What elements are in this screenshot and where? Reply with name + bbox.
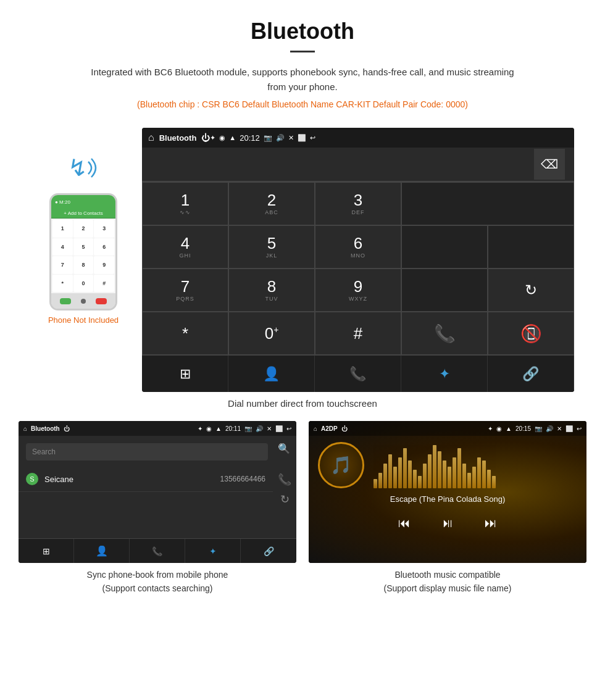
music-album-art: 🎵 bbox=[318, 442, 364, 488]
prev-button[interactable]: ⏮ bbox=[398, 516, 411, 530]
end-call-button[interactable]: 📵 bbox=[488, 312, 574, 355]
volume-icon: 🔊 bbox=[276, 134, 285, 142]
phonebook-item: ⌂ Bluetooth ⏻ ✦ ◉ ▲ 20:11 📷 🔊 ✕ ⬜ ↩ Sear… bbox=[19, 421, 296, 596]
pb-usb-icon: ⏻ bbox=[64, 425, 70, 432]
location-icon: ◉ bbox=[219, 134, 225, 142]
backspace-button[interactable]: ⌫ bbox=[534, 149, 565, 180]
pb-x-icon: ✕ bbox=[267, 425, 272, 432]
refresh-button[interactable]: ↻ bbox=[488, 269, 574, 312]
search-icon[interactable]: 🔍 bbox=[275, 440, 293, 457]
pb-nav-call[interactable]: 📞 bbox=[130, 539, 185, 563]
camera-icon: 📷 bbox=[264, 134, 272, 142]
home-icon: ⌂ bbox=[148, 132, 154, 143]
bluetooth-nav-button[interactable]: ✦ bbox=[401, 356, 488, 392]
ms-home-icon: ⌂ bbox=[314, 425, 317, 432]
contact-number: 13566664466 bbox=[220, 475, 265, 483]
dial-section: ↯ ● M:20 + Add to Contacts 123 456 789 *… bbox=[0, 128, 605, 392]
dial-key-4[interactable]: 4 GHI bbox=[142, 225, 228, 269]
dialpad-nav-button[interactable]: ⊞ bbox=[142, 356, 228, 392]
phonebook-contact[interactable]: S Seicane 13566664466 bbox=[19, 467, 273, 492]
pb-nav-bt[interactable]: ✦ bbox=[185, 539, 241, 563]
ms-cam-icon: 📷 bbox=[535, 425, 542, 432]
phonebook-bottom-nav: ⊞ 👤 📞 ✦ 🔗 bbox=[19, 538, 296, 563]
phone-top-bar: ● M:20 bbox=[51, 195, 115, 209]
dial-display: ⌫ bbox=[142, 148, 574, 181]
pb-nav-link[interactable]: 🔗 bbox=[241, 539, 296, 563]
pb-bt-icon: ✦ bbox=[198, 425, 202, 432]
dial-key-8[interactable]: 8 TUV bbox=[228, 269, 315, 312]
pb-loc-icon: ◉ bbox=[206, 425, 212, 432]
close-icon: ✕ bbox=[288, 134, 294, 142]
pb-home-icon: ⌂ bbox=[23, 425, 27, 432]
ms-wifi-icon: ▲ bbox=[506, 425, 512, 432]
tech-specs: (Bluetooth chip : CSR BC6 Default Blueto… bbox=[12, 99, 593, 109]
phonebook-search-bar[interactable]: Search bbox=[26, 443, 268, 460]
phone-image: ● M:20 + Add to Contacts 123 456 789 *0# bbox=[49, 193, 117, 310]
contact-avatar: S bbox=[26, 473, 38, 485]
dial-key-9[interactable]: 9 WXYZ bbox=[315, 269, 401, 312]
ms-back-icon: ↩ bbox=[577, 425, 582, 432]
phone-screen: 123 456 789 *0# bbox=[51, 219, 115, 293]
phone-mockup: ↯ ● M:20 + Add to Contacts 123 456 789 *… bbox=[31, 152, 136, 325]
status-time: 20:12 bbox=[240, 133, 260, 143]
bottom-screenshots: ⌂ Bluetooth ⏻ ✦ ◉ ▲ 20:11 📷 🔊 ✕ ⬜ ↩ Sear… bbox=[0, 421, 605, 596]
empty-3 bbox=[401, 269, 488, 312]
dial-key-2[interactable]: 2 ABC bbox=[228, 182, 315, 225]
page-header: Bluetooth Integrated with BC6 Bluetooth … bbox=[0, 0, 605, 128]
ms-app-name: A2DP bbox=[321, 425, 338, 432]
dial-key-5[interactable]: 5 JKL bbox=[228, 225, 315, 269]
dial-screen: ⌂ Bluetooth ⏻ ✦ ◉ ▲ 20:12 📷 🔊 ✕ ⬜ ↩ ⌫ bbox=[142, 128, 574, 392]
empty-2 bbox=[488, 225, 574, 269]
dial-key-hash[interactable]: # bbox=[315, 312, 401, 355]
contact-name: Seicane bbox=[44, 475, 220, 484]
link-nav-button[interactable]: 🔗 bbox=[488, 356, 574, 392]
music-controls: ⏮ ⏯ ⏭ bbox=[309, 510, 586, 536]
phonebook-caption: Sync phone-book from mobile phone (Suppo… bbox=[87, 568, 228, 596]
music-caption: Bluetooth music compatible (Support disp… bbox=[384, 568, 512, 596]
pb-time: 20:11 bbox=[225, 425, 241, 432]
dial-key-6[interactable]: 6 MNO bbox=[315, 225, 401, 269]
phone-nav-button[interactable]: 📞 bbox=[315, 356, 401, 392]
pb-nav-dialpad[interactable]: ⊞ bbox=[19, 539, 74, 563]
music-title: Escape (The Pina Colada Song) bbox=[309, 494, 586, 504]
ms-bt-icon: ✦ bbox=[488, 425, 493, 432]
dial-key-1[interactable]: 1 ∿∿ bbox=[142, 182, 228, 225]
ms-time: 20:15 bbox=[515, 425, 531, 432]
pb-nav-person[interactable]: 👤 bbox=[74, 539, 130, 563]
page-description: Integrated with BC6 Bluetooth module, su… bbox=[86, 65, 519, 94]
music-status-bar: ⌂ A2DP ⏻ ✦ ◉ ▲ 20:15 📷 🔊 ✕ ⬜ ↩ bbox=[309, 421, 586, 436]
ms-x-icon: ✕ bbox=[557, 425, 562, 432]
search-placeholder: Search bbox=[32, 448, 262, 456]
call-button[interactable]: 📞 bbox=[401, 312, 488, 355]
side-refresh-icon[interactable]: ↻ bbox=[280, 493, 290, 506]
phonebook-side-icons: 📞 ↻ bbox=[273, 467, 296, 512]
pb-win-icon: ⬜ bbox=[275, 425, 283, 432]
dial-bottom-nav: ⊞ 👤 📞 ✦ 🔗 bbox=[142, 355, 574, 392]
play-pause-button[interactable]: ⏯ bbox=[441, 516, 454, 530]
back-icon: ↩ bbox=[310, 134, 315, 142]
music-content: 🎵 bbox=[309, 436, 586, 494]
contact-area: S Seicane 13566664466 📞 ↻ bbox=[19, 467, 296, 512]
dial-key-7[interactable]: 7 PQRS bbox=[142, 269, 228, 312]
phonebook-status-bar: ⌂ Bluetooth ⏻ ✦ ◉ ▲ 20:11 📷 🔊 ✕ ⬜ ↩ bbox=[19, 421, 296, 436]
contacts-nav-button[interactable]: 👤 bbox=[228, 356, 315, 392]
pb-wifi-icon: ▲ bbox=[215, 425, 222, 432]
side-phone-icon[interactable]: 📞 bbox=[278, 473, 291, 486]
music-note-icon: 🎵 bbox=[330, 455, 352, 475]
dial-key-3[interactable]: 3 DEF bbox=[315, 182, 401, 225]
bluetooth-signal-icon: ↯ bbox=[65, 152, 102, 187]
page-title: Bluetooth bbox=[12, 19, 593, 44]
phone-not-included-label: Phone Not Included bbox=[48, 315, 119, 325]
display-area bbox=[401, 182, 574, 225]
dial-key-star[interactable]: * bbox=[142, 312, 228, 355]
music-screen: ⌂ A2DP ⏻ ✦ ◉ ▲ 20:15 📷 🔊 ✕ ⬜ ↩ 🎵 bbox=[309, 421, 586, 563]
bluetooth-icon: ✦ bbox=[210, 134, 215, 142]
dial-key-0[interactable]: 0+ bbox=[228, 312, 315, 355]
empty-1 bbox=[401, 225, 488, 269]
next-button[interactable]: ⏭ bbox=[485, 516, 497, 530]
dial-grid: 1 ∿∿ 2 ABC 3 DEF 4 GHI 5 JKL 6 bbox=[142, 181, 574, 355]
pb-cam-icon: 📷 bbox=[244, 425, 252, 432]
ms-win-icon: ⬜ bbox=[565, 425, 573, 432]
svg-text:↯: ↯ bbox=[68, 155, 88, 181]
wifi-icon: ▲ bbox=[229, 134, 236, 141]
